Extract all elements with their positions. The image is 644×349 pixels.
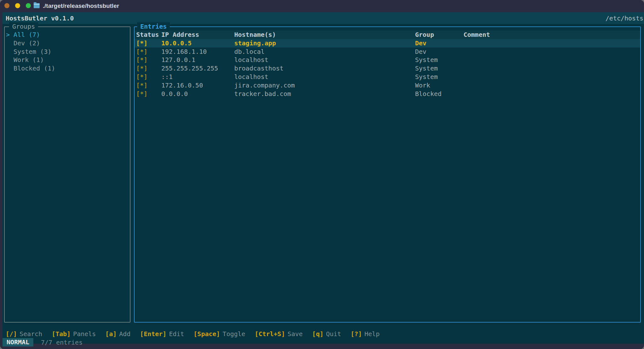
comment-cell (464, 48, 640, 56)
help-label: Panels (73, 330, 96, 338)
table-row[interactable]: [*]10.0.0.5staging.appDev (135, 39, 640, 48)
ip-address-cell: ::1 (161, 73, 234, 81)
help-key: [a] (105, 330, 117, 338)
close-window-button[interactable] (4, 3, 9, 8)
help-label: Search (19, 330, 42, 338)
group-cell: System (415, 73, 464, 81)
selection-marker: > (6, 31, 14, 38)
status-bar: NORMAL 7/7 entries (3, 338, 644, 346)
group-cell: Dev (415, 48, 464, 56)
hostname-cell: jira.company.com (234, 81, 415, 90)
column-header-comment: Comment (464, 31, 640, 39)
status-enabled-marker: [*] (136, 48, 161, 56)
ip-address-cell: 255.255.255.255 (161, 64, 234, 73)
hostname-cell: tracker.bad.com (234, 90, 415, 98)
help-item-toggle[interactable]: [Space]Toggle (194, 330, 246, 338)
help-key: [q] (312, 330, 324, 338)
help-key: [?] (351, 330, 362, 338)
help-bar: [/]Search[Tab]Panels[a]Add[Enter]Edit[Sp… (3, 329, 644, 338)
minimize-window-button[interactable] (15, 3, 20, 8)
help-item-panels[interactable]: [Tab]Panels (52, 330, 96, 338)
status-enabled-marker: [*] (136, 73, 161, 81)
hosts-file-path: /etc/hosts (606, 14, 643, 22)
table-row[interactable]: [*]192.168.1.10db.localDev (135, 48, 640, 56)
comment-cell (464, 73, 640, 81)
help-item-search[interactable]: [/]Search (6, 330, 42, 338)
group-cell: Work (415, 81, 464, 90)
entries-panel-title: Entries (137, 22, 170, 31)
group-item-indent (6, 56, 14, 64)
ip-address-cell: 192.168.1.10 (161, 48, 234, 56)
column-header-ip: IP Address (161, 31, 234, 39)
entries-table-header: StatusIP AddressHostname(s)GroupComment (135, 31, 640, 39)
help-key: [Ctrl+S] (255, 330, 285, 338)
group-item-indent (6, 39, 14, 47)
help-key: [Enter] (140, 330, 166, 338)
comment-cell (464, 39, 640, 48)
group-cell: Blocked (415, 90, 464, 98)
group-item-all[interactable]: > All (7) (5, 31, 130, 39)
group-item-work[interactable]: Work (1) (5, 56, 130, 64)
help-item-help[interactable]: [?]Help (351, 330, 380, 338)
hostname-cell: broadcasthost (234, 64, 415, 73)
help-item-save[interactable]: [Ctrl+S]Save (255, 330, 303, 338)
status-enabled-marker: [*] (136, 39, 161, 48)
group-item-indent (6, 65, 14, 72)
group-item-label: All (7) (14, 31, 40, 38)
hostname-cell: localhost (234, 73, 415, 81)
group-item-blocked[interactable]: Blocked (1) (5, 64, 130, 73)
group-item-label: Dev (2) (14, 39, 40, 47)
group-item-system[interactable]: System (3) (5, 48, 130, 56)
comment-cell (464, 81, 640, 90)
status-enabled-marker: [*] (136, 90, 161, 98)
column-header-status: Status (136, 31, 161, 39)
group-cell: Dev (415, 39, 464, 48)
help-label: Save (287, 330, 303, 338)
terminal-content: HostsButler v0.1.0 /etc/hosts Groups > A… (3, 12, 644, 344)
help-key: [Tab] (52, 330, 70, 338)
help-label: Toggle (223, 330, 245, 338)
ip-address-cell: 0.0.0.0 (161, 90, 234, 98)
help-item-add[interactable]: [a]Add (105, 330, 130, 338)
group-cell: System (415, 56, 464, 64)
ip-address-cell: 127.0.0.1 (161, 56, 234, 64)
status-enabled-marker: [*] (136, 64, 161, 73)
ip-address-cell: 10.0.0.5 (161, 39, 234, 48)
group-item-label: Work (1) (14, 56, 44, 64)
window-title: ./target/release/hostsbutler (43, 3, 119, 9)
table-row[interactable]: [*]0.0.0.0tracker.bad.comBlocked (135, 90, 640, 98)
group-item-dev[interactable]: Dev (2) (5, 39, 130, 48)
table-row[interactable]: [*]255.255.255.255broadcasthostSystem (135, 64, 640, 73)
folder-icon (34, 3, 40, 8)
help-item-quit[interactable]: [q]Quit (312, 330, 341, 338)
terminal-window: ./target/release/hostsbutler HostsButler… (0, 0, 644, 349)
entries-panel: Entries StatusIP AddressHostname(s)Group… (134, 26, 641, 323)
zoom-window-button[interactable] (26, 3, 31, 8)
table-row[interactable]: [*]::1localhostSystem (135, 73, 640, 81)
help-label: Add (119, 330, 130, 338)
group-cell: System (415, 64, 464, 73)
comment-cell (464, 90, 640, 98)
table-row[interactable]: [*]172.16.0.50jira.company.comWork (135, 81, 640, 90)
column-header-hostname: Hostname(s) (234, 31, 415, 39)
help-key: [/] (6, 330, 17, 338)
help-label: Quit (326, 330, 341, 338)
hostname-cell: staging.app (234, 39, 415, 48)
table-row[interactable]: [*]127.0.0.1localhostSystem (135, 56, 640, 64)
group-item-label: System (3) (14, 48, 51, 55)
group-item-indent (6, 48, 14, 55)
groups-list: > All (7) Dev (2) System (3) Work (1) Bl… (5, 31, 130, 73)
help-label: Help (364, 330, 380, 338)
hostname-cell: localhost (234, 56, 415, 64)
titlebar[interactable]: ./target/release/hostsbutler (0, 0, 644, 12)
help-item-edit[interactable]: [Enter]Edit (140, 330, 184, 338)
groups-panel: Groups > All (7) Dev (2) System (3) Work… (4, 26, 130, 323)
groups-panel-title: Groups (9, 22, 38, 31)
hostname-cell: db.local (234, 48, 415, 56)
comment-cell (464, 64, 640, 73)
entries-table-body: [*]10.0.0.5staging.appDev[*]192.168.1.10… (135, 39, 640, 98)
group-item-label: Blocked (1) (14, 65, 55, 72)
help-key: [Space] (194, 330, 220, 338)
ip-address-cell: 172.16.0.50 (161, 81, 234, 90)
mode-badge: NORMAL (3, 338, 33, 346)
